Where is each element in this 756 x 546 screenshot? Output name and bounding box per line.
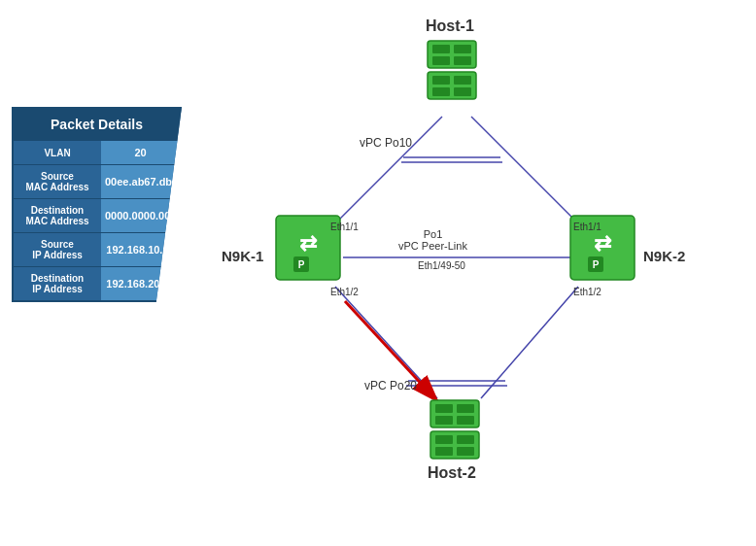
dst-mac-row: DestinationMAC Address 0000.0000.0020 — [14, 198, 180, 232]
svg-rect-38 — [457, 447, 474, 456]
n9k2-label: N9K-2 — [643, 248, 685, 264]
vlan-label: VLAN — [14, 141, 101, 164]
src-ip-label: SourceIP Address — [14, 233, 101, 266]
vpc-po10-label: vPC Po10 — [360, 136, 412, 150]
host1-icon — [423, 39, 481, 102]
svg-line-0 — [335, 117, 442, 223]
src-ip-value: 192.168.10.10 — [101, 233, 180, 266]
vlan-row: VLAN 20 — [14, 140, 180, 164]
svg-rect-30 — [435, 404, 453, 413]
svg-line-1 — [471, 117, 578, 223]
src-mac-value: 00ee.ab67.db47 — [101, 165, 188, 198]
eth1-1-left-label: Eth1/1 — [330, 222, 359, 232]
host2-label: Host-2 — [428, 464, 476, 482]
packet-details-panel: Packet Details VLAN 20 SourceMAC Address… — [12, 107, 182, 302]
n9k1-label: N9K-1 — [222, 248, 263, 264]
dst-ip-row: DestinationIP Address 192.168.20.10 — [14, 266, 180, 300]
svg-rect-15 — [454, 56, 471, 65]
svg-rect-14 — [432, 56, 450, 65]
dst-ip-value: 192.168.20.10 — [101, 267, 180, 300]
src-ip-row: SourceIP Address 192.168.10.10 — [14, 232, 180, 266]
svg-text:P: P — [298, 259, 305, 270]
svg-rect-33 — [457, 416, 474, 425]
svg-rect-17 — [432, 76, 450, 85]
host1-label: Host-1 — [426, 17, 474, 35]
svg-rect-31 — [457, 404, 474, 413]
network-diagram: Host-1 ⇄ P ⇄ — [194, 10, 739, 534]
eth-peer-label: Eth1/49-50 — [418, 260, 465, 271]
svg-text:P: P — [593, 259, 600, 270]
vpc-po20-label: vPC Po20 — [364, 379, 417, 392]
host2-icon — [426, 398, 484, 461]
svg-rect-20 — [454, 87, 471, 96]
svg-rect-12 — [432, 45, 450, 53]
svg-rect-13 — [454, 45, 471, 53]
eth1-2-left-label: Eth1/2 — [330, 287, 359, 297]
eth1-1-right-label: Eth1/1 — [573, 222, 601, 232]
svg-rect-35 — [435, 435, 453, 444]
dst-ip-label: DestinationIP Address — [14, 267, 101, 300]
eth1-2-right-label: Eth1/2 — [573, 287, 601, 297]
svg-text:⇄: ⇄ — [299, 231, 318, 256]
panel-title: Packet Details — [14, 109, 180, 140]
src-mac-row: SourceMAC Address 00ee.ab67.db47 — [14, 164, 180, 198]
po1-label: Po1 vPC Peer-Link — [398, 228, 467, 252]
svg-rect-18 — [454, 76, 471, 85]
svg-text:⇄: ⇄ — [594, 231, 612, 256]
svg-rect-36 — [457, 435, 474, 444]
dst-mac-label: DestinationMAC Address — [14, 199, 101, 232]
vlan-value: 20 — [101, 141, 180, 164]
dst-mac-value: 0000.0000.0020 — [101, 199, 187, 232]
svg-rect-32 — [435, 416, 453, 425]
src-mac-label: SourceMAC Address — [14, 165, 101, 198]
svg-rect-19 — [432, 87, 450, 96]
svg-rect-37 — [435, 447, 453, 456]
